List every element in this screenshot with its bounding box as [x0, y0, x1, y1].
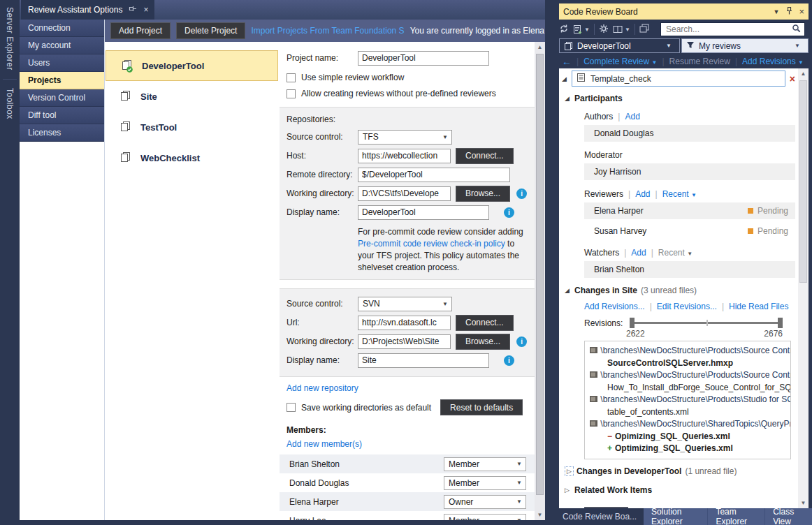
watcher-item[interactable]: Brian Shelton	[584, 261, 795, 278]
add-reviewer-link[interactable]: Add	[635, 189, 650, 199]
back-arrow-icon[interactable]: ←	[562, 56, 572, 67]
file-path-row[interactable]: \branches\NewDocStructure\SharedTopics\Q…	[589, 418, 790, 431]
refresh-icon[interactable]	[559, 24, 569, 36]
slider-handle-min[interactable]	[630, 318, 635, 328]
expand-icon[interactable]: ▷	[565, 466, 574, 476]
resume-review-button[interactable]: Resume Review	[669, 57, 730, 66]
author-item[interactable]: Donald Douglas	[584, 125, 795, 142]
project-filter-select[interactable]: DeveloperTool ▼	[559, 38, 680, 53]
simple-workflow-checkbox[interactable]	[287, 73, 296, 82]
add-project-button[interactable]: Add Project	[110, 22, 171, 39]
moderator-item[interactable]: Joy Harrison	[584, 163, 795, 180]
add-revisions-link[interactable]: Add Revisions...	[584, 302, 645, 311]
file-path-row[interactable]: \branches\NewDocStructure\Products\Studi…	[589, 394, 790, 406]
collapse-icon[interactable]: ◢	[565, 95, 574, 102]
import-projects-link[interactable]: Import Projects From Team Foundation S	[251, 26, 404, 36]
display-name-input[interactable]	[358, 353, 489, 368]
nav-item-version-control[interactable]: Version Control	[20, 89, 104, 107]
add-watcher-link[interactable]: Add	[631, 248, 646, 258]
scroll-up-icon[interactable]: ▲	[798, 68, 809, 79]
nav-item-diff-tool[interactable]: Diff tool	[20, 107, 104, 124]
nav-item-my-account[interactable]: My account	[20, 37, 104, 54]
revisions-range-slider[interactable]	[630, 318, 783, 328]
add-repository-link[interactable]: Add new repository	[287, 383, 358, 393]
delete-review-icon[interactable]: ×	[790, 73, 795, 84]
server-explorer-vertical-tab[interactable]: Server Explorer	[0, 0, 20, 77]
file-path-row[interactable]: \branches\NewDocStructure\Products\Sourc…	[589, 345, 790, 357]
project-item-developertool[interactable]: DeveloperTool	[106, 50, 278, 81]
scrollbar-thumb[interactable]	[799, 80, 807, 283]
scrollbar-thumb[interactable]	[536, 54, 544, 495]
tab-code-review-board[interactable]: Code Review Boa...	[556, 508, 644, 525]
file-name[interactable]: SourceControlSQLServer.hmxp	[607, 357, 790, 370]
info-icon[interactable]: i	[504, 207, 514, 218]
allow-reviews-checkbox[interactable]	[287, 89, 296, 98]
recent-watchers-dropdown[interactable]: Recent ▼	[658, 248, 693, 258]
connect-button[interactable]: Connect...	[456, 315, 514, 331]
url-input[interactable]	[358, 316, 451, 330]
source-control-select[interactable]: SVN▼	[358, 297, 452, 311]
edit-revisions-link[interactable]: Edit Revisions...	[657, 302, 717, 311]
tab-review-assistant-options[interactable]: Review Assistant Options ×	[21, 0, 154, 20]
connect-button[interactable]: Connect...	[456, 148, 514, 164]
file-name[interactable]: table_of_contents.xml	[607, 406, 790, 419]
info-icon[interactable]: i	[516, 188, 527, 199]
info-icon[interactable]: i	[504, 355, 514, 366]
file-name[interactable]: How_To_Install_dbForge_Souce_Control_for…	[607, 382, 790, 394]
window-position-icon[interactable]: ▼	[773, 8, 779, 15]
layout-dropdown[interactable]: ▼	[613, 25, 630, 34]
search-icon[interactable]	[792, 24, 801, 35]
member-role-select[interactable]: Member▼	[444, 476, 526, 490]
search-input[interactable]	[665, 24, 792, 35]
close-icon[interactable]: ×	[799, 6, 804, 17]
nav-item-projects[interactable]: Projects	[20, 72, 104, 89]
working-directory-input[interactable]	[358, 186, 451, 201]
project-item-site[interactable]: Site	[105, 81, 280, 112]
complete-review-dropdown[interactable]: Complete Review ▼	[583, 57, 657, 66]
precommit-policy-link[interactable]: Pre-commit code review check-in policy	[358, 239, 505, 249]
settings-gear-icon[interactable]	[599, 24, 609, 36]
scroll-up-icon[interactable]: ▲	[535, 42, 545, 52]
reviewer-item[interactable]: Elena Harper Pending	[584, 202, 795, 219]
project-name-input[interactable]	[358, 51, 489, 66]
slider-handle-max[interactable]	[778, 318, 783, 328]
delete-project-button[interactable]: Delete Project	[176, 22, 245, 39]
scroll-down-icon[interactable]: ▼	[535, 510, 545, 520]
review-title-box[interactable]: Template_check	[572, 71, 785, 87]
cascade-windows-icon[interactable]	[639, 24, 649, 35]
project-item-testtool[interactable]: TestTool	[105, 112, 280, 142]
related-work-items-header[interactable]: ▷Related Work Items	[565, 485, 798, 495]
member-role-select[interactable]: Member▼	[444, 514, 526, 521]
host-input[interactable]	[358, 149, 451, 163]
add-members-link[interactable]: Add new member(s)	[287, 439, 362, 449]
save-dirs-checkbox[interactable]	[287, 403, 296, 412]
collapse-review-icon[interactable]: ◢	[562, 75, 572, 82]
file-name-removed[interactable]: −Opimizing_SQL_Queries.xml	[607, 431, 790, 443]
recent-reviewers-dropdown[interactable]: Recent ▼	[662, 189, 697, 199]
tab-team-explorer[interactable]: Team Explorer	[708, 508, 765, 525]
remote-directory-input[interactable]	[358, 168, 510, 182]
nav-item-connection[interactable]: Connection	[20, 20, 104, 37]
close-icon[interactable]: ×	[143, 5, 148, 15]
tab-solution-explorer[interactable]: Solution Explorer	[644, 508, 708, 525]
tab-class-view[interactable]: Class View	[765, 508, 812, 525]
project-item-webchecklist[interactable]: WebChecklist	[105, 142, 280, 173]
hide-read-files-link[interactable]: Hide Read Files	[729, 302, 788, 311]
code-review-board-titlebar[interactable]: Code Review Board ▼ ×	[559, 3, 809, 20]
new-review-dropdown[interactable]: ▼	[573, 24, 590, 34]
info-icon[interactable]: i	[516, 337, 527, 347]
review-filter-select[interactable]: My reviews ▼	[681, 38, 809, 53]
file-name-added[interactable]: +Optimizing_SQL_Queries.xml	[607, 443, 790, 455]
working-directory-input[interactable]	[358, 334, 451, 349]
participants-header[interactable]: ◢Participants	[565, 94, 798, 103]
changes-site-header[interactable]: ◢Changes in Site(3 unread files)	[565, 286, 798, 295]
add-revisions-dropdown[interactable]: Add Revisions ▼	[742, 57, 804, 66]
form-scrollbar[interactable]: ▲ ▼	[535, 42, 545, 520]
reviewer-item[interactable]: Susan Harvey Pending	[584, 223, 795, 239]
file-path-row[interactable]: \branches\NewDocStructure\Products\Sourc…	[589, 369, 790, 382]
display-name-input[interactable]	[358, 205, 489, 220]
expand-icon[interactable]: ▷	[565, 487, 574, 494]
toolbox-vertical-tab[interactable]: Toolbox	[0, 81, 20, 126]
nav-item-users[interactable]: Users	[20, 54, 104, 72]
add-author-link[interactable]: Add	[625, 112, 639, 121]
